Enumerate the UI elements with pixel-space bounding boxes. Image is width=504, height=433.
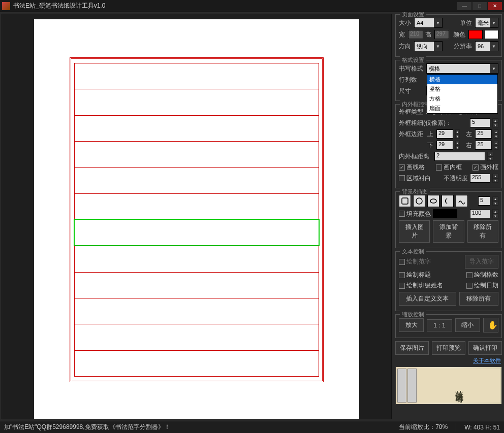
canvas-area[interactable] xyxy=(2,14,392,419)
format-dropdown-list: 横格 竖格 方格 扇面 xyxy=(427,74,498,114)
spinner[interactable]: ▲▼ xyxy=(492,174,498,183)
statusbar: 加"书法E站"QQ群529689998,免费获取《书法范字分割器》！ 当前缩放比… xyxy=(0,421,504,433)
group-title: 缩放控制 xyxy=(400,311,426,318)
inner-outer-distance-input[interactable]: 2 xyxy=(434,152,485,161)
draw-class-name-checkbox[interactable]: 绘制班级姓名 xyxy=(399,281,443,290)
spinner[interactable]: ▲▼ xyxy=(492,209,498,218)
grid-row[interactable] xyxy=(74,298,319,324)
grid-row[interactable] xyxy=(74,272,319,298)
write-format-select[interactable]: 横格▼ 横格 竖格 方格 扇面 xyxy=(426,63,498,74)
spinner[interactable]: ▲▼ xyxy=(494,141,498,150)
spinner[interactable]: ▲▼ xyxy=(492,118,498,127)
spinner[interactable]: ▲▼ xyxy=(455,129,460,139)
shape-oval-button[interactable] xyxy=(427,195,439,207)
spinner[interactable]: ▲▼ xyxy=(455,141,460,150)
shape-wave-button[interactable] xyxy=(456,195,468,207)
remove-all-text-button[interactable]: 移除所有 xyxy=(459,292,498,306)
color-label: 颜色 xyxy=(453,30,466,39)
close-button[interactable]: ✕ xyxy=(488,2,502,10)
thumbnail-area[interactable]: 苦 保流法 时者 xyxy=(395,367,502,405)
grid-row-selected[interactable] xyxy=(74,219,320,246)
frame-thickness-input[interactable]: 5 xyxy=(470,118,490,127)
margin-top-input[interactable]: 29 xyxy=(436,129,453,139)
foreground-color-swatch[interactable] xyxy=(468,30,482,39)
insert-custom-text-button[interactable]: 插入自定义文本 xyxy=(399,292,456,306)
zoom-out-button[interactable]: 缩小 xyxy=(455,318,480,332)
fill-value-input[interactable]: 100 xyxy=(470,209,490,218)
margin-bottom-input[interactable]: 29 xyxy=(436,141,453,150)
shape-rect-button[interactable] xyxy=(399,195,411,207)
shape-count-input[interactable]: 5 xyxy=(478,196,490,206)
shape-circle-button[interactable] xyxy=(413,195,425,207)
grid-container xyxy=(74,63,319,377)
region-white-checkbox[interactable]: 区域衬白 xyxy=(399,174,431,183)
spinner[interactable]: ▲▼ xyxy=(492,196,498,206)
draw-grid-count-checkbox[interactable]: 绘制格数 xyxy=(466,271,498,279)
spinner[interactable]: ▲▼ xyxy=(487,152,493,161)
background-color-swatch[interactable] xyxy=(485,30,498,39)
dropdown-item[interactable]: 横格 xyxy=(427,75,497,84)
margin-label: 外框边距 xyxy=(399,130,425,139)
save-image-button[interactable]: 保存图片 xyxy=(395,341,429,355)
grid-row[interactable] xyxy=(74,324,319,350)
print-preview-button[interactable]: 打印预览 xyxy=(432,341,465,355)
fill-color-checkbox[interactable]: 填充颜色 xyxy=(399,210,431,218)
size-label: 大小 xyxy=(399,19,412,27)
margin-right-input[interactable]: 25 xyxy=(475,141,492,150)
draw-date-checkbox[interactable]: 绘制日期 xyxy=(466,281,498,290)
draw-grid-checkbox[interactable]: 画线格 xyxy=(399,163,425,172)
grid-row[interactable] xyxy=(74,141,319,167)
svg-point-1 xyxy=(416,198,422,204)
grid-row[interactable] xyxy=(74,193,319,219)
zoom-control-group: 缩放控制 放大 1 : 1 缩小 ✋ xyxy=(395,314,502,338)
resolution-select[interactable]: 96▼ xyxy=(475,41,498,51)
grid-row[interactable] xyxy=(74,63,319,89)
opacity-input[interactable]: 255 xyxy=(470,174,490,183)
draw-sample-checkbox[interactable]: 绘制范字 xyxy=(399,257,431,266)
grid-row[interactable] xyxy=(74,115,319,141)
draw-outer-checkbox[interactable]: 画外框 xyxy=(472,163,498,172)
app-icon xyxy=(2,2,10,10)
dropdown-item[interactable]: 扇面 xyxy=(427,104,497,113)
draw-title-checkbox[interactable]: 绘制标题 xyxy=(399,271,431,279)
minimize-button[interactable]: — xyxy=(457,2,471,10)
group-title: 文本控制 xyxy=(400,248,426,255)
status-zoom-text: 当前缩放比：70% xyxy=(399,423,448,431)
draw-inner-checkbox[interactable]: 画内框 xyxy=(436,163,462,172)
page-settings-group: 页面设置 大小 A4▼ 单位 毫米▼ 宽 210 高 297 颜色 方向 纵向▼ xyxy=(395,14,502,57)
grid-row[interactable] xyxy=(74,89,319,115)
dropdown-item[interactable]: 竖格 xyxy=(427,84,497,94)
margin-left-input[interactable]: 25 xyxy=(475,129,492,139)
confirm-print-button[interactable]: 确认打印 xyxy=(468,341,502,355)
size-label: 尺寸 xyxy=(399,87,424,95)
group-title: 背景&插图 xyxy=(400,188,430,195)
pan-hand-button[interactable]: ✋ xyxy=(483,318,498,332)
insert-image-button[interactable]: 插入图片 xyxy=(399,220,430,243)
add-background-button[interactable]: 添加背景 xyxy=(433,220,464,243)
grid-row[interactable] xyxy=(74,246,319,272)
text-control-group: 文本控制 绘制范字 导入范字 绘制标题 绘制格数 绘制班级姓名 绘制日期 插入自… xyxy=(395,251,502,311)
zoom-in-button[interactable]: 放大 xyxy=(399,318,424,332)
side-panel: 页面设置 大小 A4▼ 单位 毫米▼ 宽 210 高 297 颜色 方向 纵向▼ xyxy=(393,12,504,421)
import-sample-button[interactable]: 导入范字 xyxy=(465,255,498,269)
dropdown-item[interactable]: 方格 xyxy=(427,94,497,104)
about-link[interactable]: 关于本软件 xyxy=(396,357,501,364)
unit-label: 单位 xyxy=(460,19,473,27)
height-label: 高 xyxy=(425,30,432,39)
one-to-one-button[interactable]: 1 : 1 xyxy=(427,319,452,331)
group-title: 格式设置 xyxy=(400,56,426,64)
grid-row[interactable] xyxy=(74,350,319,377)
grid-row[interactable] xyxy=(74,167,319,193)
unit-select[interactable]: 毫米▼ xyxy=(475,18,498,28)
size-select[interactable]: A4▼ xyxy=(414,18,443,28)
shape-moon-button[interactable] xyxy=(442,195,454,207)
width-input: 210 xyxy=(408,30,423,39)
write-format-label: 书写格式 xyxy=(399,64,424,73)
orientation-label: 方向 xyxy=(399,42,412,51)
maximize-button[interactable]: □ xyxy=(472,2,487,10)
fill-color-swatch[interactable] xyxy=(433,209,457,218)
remove-all-button[interactable]: 移除所有 xyxy=(467,220,498,243)
frame-type-label: 外框类型： xyxy=(399,108,429,116)
orientation-select[interactable]: 纵向▼ xyxy=(414,41,443,51)
spinner[interactable]: ▲▼ xyxy=(494,129,498,139)
